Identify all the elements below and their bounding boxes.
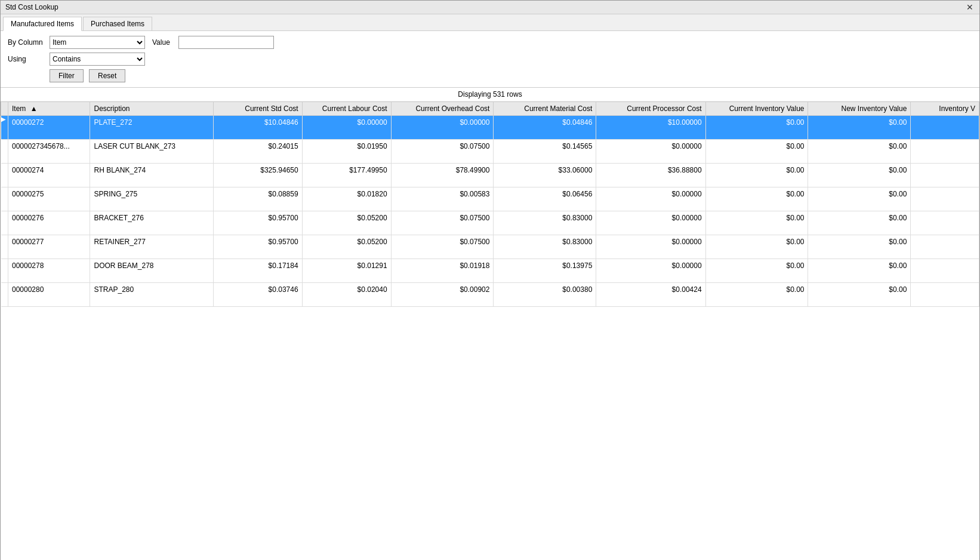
description-cell: STRAP_280 [90,283,213,307]
labour-cost-cell: $177.49950 [302,164,391,187]
overhead-cost-cell: $0.00902 [391,283,494,307]
filter-area: By Column Item Description Current Std C… [1,31,979,88]
row-indicator-cell [1,235,8,259]
processor-cost-cell: $0.00000 [596,259,705,283]
new-inventory-value-cell: $0.00 [808,140,911,164]
by-column-select[interactable]: Item Description Current Std Cost Curren… [50,36,145,49]
row-indicator-cell: ▶ [1,116,8,140]
content-area: Displaying 531 rows Item ▲ Description C… [1,88,979,560]
processor-cost-cell: $0.00000 [596,140,705,164]
overhead-cost-cell: $0.01918 [391,259,494,283]
material-cost-cell: $0.04846 [494,116,596,140]
material-cost-cell: $0.14565 [494,140,596,164]
item-cell: 0000027345678... [8,140,90,164]
inventory-value-cell: $0.00 [705,116,808,140]
item-cell: 00000272 [8,116,90,140]
using-label: Using [8,55,50,63]
table-row[interactable]: 00000277RETAINER_277$0.95700$0.05200$0.0… [1,235,979,259]
inventory-value-cell: $0.00 [705,235,808,259]
col-header-inventory-v[interactable]: Inventory V [911,102,979,116]
labour-cost-cell: $0.05200 [302,235,391,259]
inventory-v-cell [911,187,979,211]
description-cell: SPRING_275 [90,187,213,211]
description-cell: BRACKET_276 [90,211,213,235]
material-cost-cell: $0.13975 [494,259,596,283]
by-column-label: By Column [8,38,50,47]
processor-cost-cell: $36.88800 [596,164,705,187]
std-cost-cell: $0.08859 [213,187,302,211]
table-wrapper[interactable]: Item ▲ Description Current Std Cost Curr… [1,101,979,560]
using-select[interactable]: Contains Equals Starts With [50,53,145,66]
overhead-cost-cell: $0.00000 [391,116,494,140]
row-indicator-cell [1,211,8,235]
table-header-row: Item ▲ Description Current Std Cost Curr… [1,102,979,116]
col-header-overhead-cost[interactable]: Current Overhead Cost [391,102,494,116]
processor-cost-cell: $10.00000 [596,116,705,140]
labour-cost-cell: $0.01291 [302,259,391,283]
table-row[interactable]: 00000280STRAP_280$0.03746$0.02040$0.0090… [1,283,979,307]
inventory-value-cell: $0.00 [705,259,808,283]
row-indicator-cell [1,259,8,283]
material-cost-cell: $0.83000 [494,235,596,259]
inventory-v-cell [911,116,979,140]
col-indicator [1,102,8,116]
col-header-processor-cost[interactable]: Current Processor Cost [596,102,705,116]
table-row[interactable]: 0000027345678...LASER CUT BLANK_273$0.24… [1,140,979,164]
col-header-material-cost[interactable]: Current Material Cost [494,102,596,116]
col-header-description[interactable]: Description [90,102,213,116]
display-info: Displaying 531 rows [1,88,979,101]
overhead-cost-cell: $78.49900 [391,164,494,187]
item-cell: 00000278 [8,259,90,283]
table-row[interactable]: ▶00000272PLATE_272$10.04846$0.00000$0.00… [1,116,979,140]
close-button[interactable]: ✕ [965,2,975,12]
col-header-inventory-value[interactable]: Current Inventory Value [705,102,808,116]
inventory-value-cell: $0.00 [705,283,808,307]
item-cell: 00000280 [8,283,90,307]
table-row[interactable]: 00000278DOOR BEAM_278$0.17184$0.01291$0.… [1,259,979,283]
col-header-item[interactable]: Item ▲ [8,102,90,116]
col-header-std-cost[interactable]: Current Std Cost [213,102,302,116]
new-inventory-value-cell: $0.00 [808,259,911,283]
material-cost-cell: $0.83000 [494,211,596,235]
col-header-new-inventory-value[interactable]: New Inventory Value [808,102,911,116]
labour-cost-cell: $0.01820 [302,187,391,211]
tab-purchased-items[interactable]: Purchased Items [83,17,152,30]
labour-cost-cell: $0.00000 [302,116,391,140]
labour-cost-cell: $0.02040 [302,283,391,307]
sort-icon: ▲ [30,104,38,113]
item-cell: 00000277 [8,235,90,259]
col-header-labour-cost[interactable]: Current Labour Cost [302,102,391,116]
new-inventory-value-cell: $0.00 [808,164,911,187]
table-row[interactable]: 00000274RH BLANK_274$325.94650$177.49950… [1,164,979,187]
tab-manufactured-items[interactable]: Manufactured Items [3,17,82,31]
table-row[interactable]: 00000275SPRING_275$0.08859$0.01820$0.005… [1,187,979,211]
value-label: Value [152,38,170,47]
processor-cost-cell: $0.00000 [596,235,705,259]
std-cost-cell: $325.94650 [213,164,302,187]
std-cost-cell: $0.03746 [213,283,302,307]
description-cell: DOOR BEAM_278 [90,259,213,283]
overhead-cost-cell: $0.00583 [391,187,494,211]
material-cost-cell: $0.06456 [494,187,596,211]
overhead-cost-cell: $0.07500 [391,211,494,235]
description-cell: RETAINER_277 [90,235,213,259]
labour-cost-cell: $0.01950 [302,140,391,164]
processor-cost-cell: $0.00000 [596,211,705,235]
std-cost-cell: $10.04846 [213,116,302,140]
std-cost-cell: $0.95700 [213,211,302,235]
row-indicator-cell [1,140,8,164]
reset-button[interactable]: Reset [89,69,125,82]
row-indicator-cell [1,283,8,307]
main-window: Std Cost Lookup ✕ Manufactured Items Pur… [0,0,980,560]
filter-button[interactable]: Filter [50,69,84,82]
tab-bar: Manufactured Items Purchased Items [1,14,979,31]
overhead-cost-cell: $0.07500 [391,235,494,259]
filter-buttons: Filter Reset [50,69,972,82]
inventory-value-cell: $0.00 [705,140,808,164]
using-row: Using Contains Equals Starts With [8,53,972,66]
value-input[interactable] [178,36,274,49]
table-row[interactable]: 00000276BRACKET_276$0.95700$0.05200$0.07… [1,211,979,235]
inventory-v-cell [911,164,979,187]
std-cost-cell: $0.24015 [213,140,302,164]
item-cell: 00000276 [8,211,90,235]
